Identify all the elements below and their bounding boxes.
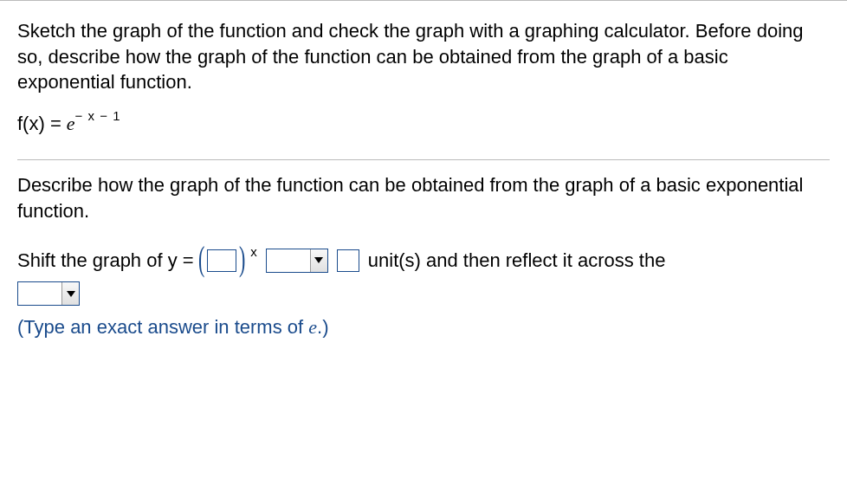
describe-prompt: Describe how the graph of the function c… bbox=[17, 172, 830, 223]
base-input-group: ( ) bbox=[196, 247, 249, 275]
question-section: Sketch the graph of the function and che… bbox=[17, 18, 830, 156]
units-input[interactable] bbox=[337, 249, 359, 272]
dropdown-arrow-icon bbox=[61, 282, 79, 305]
function-equation: f(x) = e− x − 1 bbox=[17, 111, 830, 135]
left-paren-icon: ( bbox=[198, 245, 204, 273]
right-paren-icon: ) bbox=[239, 245, 245, 273]
answer-section: Describe how the graph of the function c… bbox=[17, 172, 830, 351]
base-input[interactable] bbox=[207, 249, 236, 272]
direction-dropdown[interactable] bbox=[266, 249, 328, 273]
axis-dropdown[interactable] bbox=[17, 281, 80, 306]
answer-mid: unit(s) and then reflect it across the bbox=[368, 240, 666, 281]
exponent-x: x bbox=[250, 237, 257, 266]
answer-fill-row: Shift the graph of y = ( ) x unit(s) and… bbox=[17, 240, 830, 306]
hint-text: (Type an exact answer in terms of e.) bbox=[17, 316, 830, 339]
question-intro: Sketch the graph of the function and che… bbox=[17, 18, 830, 95]
answer-prefix: Shift the graph of y = bbox=[17, 240, 194, 281]
section-divider bbox=[17, 159, 830, 160]
dropdown-arrow-icon bbox=[310, 249, 327, 272]
